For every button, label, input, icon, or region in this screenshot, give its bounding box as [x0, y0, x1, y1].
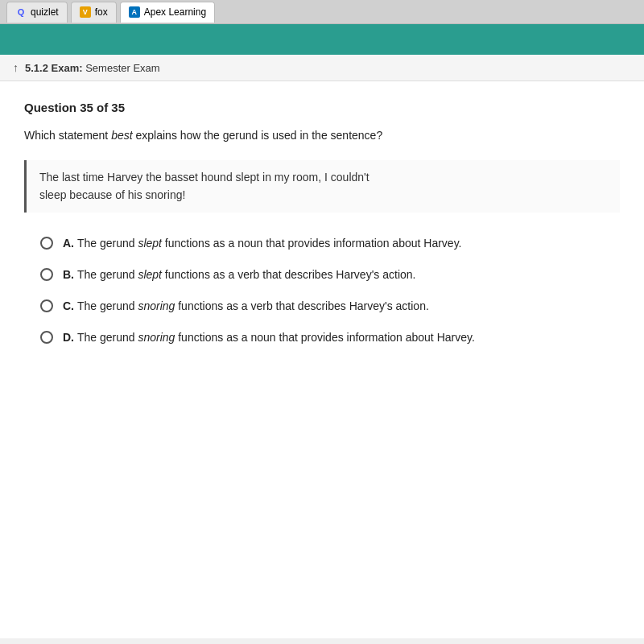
option-d-label: D.	[63, 331, 77, 344]
option-b[interactable]: B. The gerund slept functions as a verb …	[40, 266, 620, 283]
tab-quizlet[interactable]: Q quizlet	[6, 2, 68, 23]
option-c-text: The gerund snoring functions as a verb t…	[77, 299, 429, 312]
option-a-content: A. The gerund slept functions as a noun …	[63, 235, 461, 252]
breadcrumb-icon: ↑	[13, 61, 19, 74]
question-italic: best	[111, 129, 132, 142]
radio-d[interactable]	[40, 331, 53, 344]
option-a[interactable]: A. The gerund slept functions as a noun …	[40, 235, 620, 252]
main-content: Question 35 of 35 Which statement best e…	[0, 81, 644, 638]
option-d-content: D. The gerund snoring functions as a nou…	[63, 329, 475, 346]
option-d-text: The gerund snoring functions as a noun t…	[77, 331, 475, 344]
quote-text: The last time Harvey the basset hound sl…	[39, 168, 607, 204]
radio-b[interactable]	[40, 268, 53, 281]
quote-block: The last time Harvey the basset hound sl…	[24, 160, 620, 213]
tab-fox-label: fox	[95, 6, 108, 18]
header-bar	[0, 24, 644, 55]
tab-fox[interactable]: V fox	[71, 2, 117, 23]
option-c-content: C. The gerund snoring functions as a ver…	[63, 298, 429, 315]
option-a-text: The gerund slept functions as a noun tha…	[77, 237, 462, 250]
option-d[interactable]: D. The gerund snoring functions as a nou…	[40, 329, 620, 346]
radio-a[interactable]	[40, 237, 53, 250]
option-b-content: B. The gerund slept functions as a verb …	[63, 266, 415, 283]
answer-options: A. The gerund slept functions as a noun …	[24, 235, 620, 346]
tab-quizlet-label: quizlet	[31, 6, 59, 18]
option-b-text: The gerund slept functions as a verb tha…	[77, 268, 416, 281]
question-text: Which statement best explains how the ge…	[24, 127, 620, 144]
quizlet-icon: Q	[15, 6, 27, 18]
tab-apex-label: Apex Learning	[144, 6, 206, 18]
breadcrumb-text: 5.1.2 Exam: Semester Exam	[25, 62, 160, 74]
fox-icon: V	[80, 6, 91, 18]
breadcrumb-title: Semester Exam	[85, 62, 159, 74]
tab-bar: Q quizlet V fox A Apex Learning	[0, 0, 644, 24]
tab-apex[interactable]: A Apex Learning	[120, 2, 215, 23]
option-a-label: A.	[63, 237, 77, 250]
question-number: Question 35 of 35	[24, 101, 620, 114]
option-b-label: B.	[63, 268, 77, 281]
option-c[interactable]: C. The gerund snoring functions as a ver…	[40, 298, 620, 315]
option-c-label: C.	[63, 299, 77, 312]
breadcrumb: ↑ 5.1.2 Exam: Semester Exam	[0, 55, 644, 81]
radio-c[interactable]	[40, 299, 53, 312]
apex-icon: A	[129, 6, 140, 18]
breadcrumb-section: 5.1.2 Exam:	[25, 62, 83, 74]
